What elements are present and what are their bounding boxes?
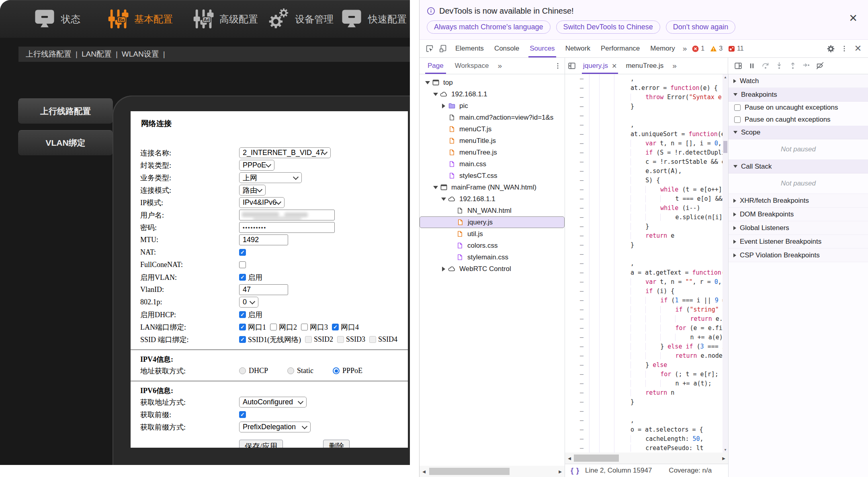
debugger-section-scope[interactable]: Scope <box>729 126 868 139</box>
panel-tab-elements[interactable]: Elements <box>450 40 489 57</box>
line-number[interactable]: – <box>565 351 589 361</box>
nav-item-device-management[interactable]: 设备管理 <box>266 0 334 38</box>
line-number[interactable]: – <box>565 148 589 157</box>
enable-dhcp-checkbox[interactable]: ✓ <box>239 311 246 318</box>
navigator-tab-workspace[interactable]: Workspace <box>449 58 495 74</box>
tree-item-menuCT.js[interactable]: menuCT.js <box>420 123 565 135</box>
sidebar-button-vlan-binding[interactable]: VLAN绑定 <box>18 130 113 156</box>
navigator-tab-page[interactable]: Page <box>422 58 449 74</box>
nat-checkbox[interactable]: ✓ <box>239 249 246 256</box>
line-number[interactable]: – <box>565 370 589 379</box>
lan-port-binding-checkbox[interactable] <box>301 324 308 330</box>
line-number[interactable]: – <box>565 342 589 351</box>
line-number[interactable]: – <box>565 407 589 416</box>
collapse-sidebar-icon[interactable] <box>565 59 579 73</box>
step-into-icon[interactable] <box>772 59 786 73</box>
ssid-binding-checkbox[interactable] <box>305 336 312 343</box>
debugger-section-global-listeners[interactable]: Global Listeners <box>729 221 868 235</box>
line-number[interactable]: – <box>565 444 589 453</box>
tree-item-menuTree.js[interactable]: menuTree.js <box>420 147 565 158</box>
debugger-section-breakpoints[interactable]: Breakpoints <box>729 88 868 102</box>
tree-item-192.168.1.1[interactable]: 192.168.1.1 <box>420 193 565 205</box>
sidebar-button-uplink-config[interactable]: 上行线路配置 <box>18 98 113 124</box>
panel-tab-memory[interactable]: Memory <box>645 40 680 57</box>
vlan-id-input[interactable]: 47 <box>239 284 288 295</box>
line-number[interactable]: – <box>565 305 589 314</box>
ipv4-address-mode-radio[interactable] <box>287 367 294 374</box>
prefix-mode-select[interactable]: PrefixDelegation <box>239 422 311 432</box>
line-number[interactable]: – <box>565 361 589 370</box>
line-number[interactable]: – <box>565 74 589 84</box>
scroll-down-arrow-icon[interactable]: ▼ <box>723 447 728 453</box>
navigator-hscroll-thumb[interactable] <box>429 468 510 475</box>
scroll-left-arrow-icon[interactable]: ◀ <box>420 466 428 477</box>
device-toolbar-icon[interactable] <box>436 42 450 55</box>
encapsulation-type-select[interactable]: PPPoE <box>239 160 274 171</box>
scroll-left-arrow-icon[interactable]: ◀ <box>565 453 574 464</box>
ssid-binding-checkbox[interactable] <box>337 336 344 343</box>
subnav-link[interactable]: 上行线路配置 <box>25 49 72 59</box>
settings-gear-icon[interactable] <box>824 42 837 55</box>
ssid-binding-checkbox[interactable]: ✓ <box>239 336 246 343</box>
lan-port-binding-checkbox[interactable] <box>270 324 277 330</box>
step-icon[interactable] <box>800 59 813 73</box>
panel-tab-console[interactable]: Console <box>489 40 524 57</box>
panel-tab-network[interactable]: Network <box>560 40 596 57</box>
tree-item-WebRTC-Control[interactable]: WebRTC Control <box>420 263 565 275</box>
tree-item-util.js[interactable]: util.js <box>420 228 565 240</box>
line-number[interactable]: – <box>565 259 589 268</box>
warning-badge[interactable]: 3 <box>707 45 725 52</box>
priority-8021p-select[interactable]: 0 <box>239 297 258 308</box>
more-panels-icon[interactable]: » <box>680 40 690 57</box>
deactivate-breakpoints-icon[interactable] <box>813 59 827 73</box>
editor-vscroll-thumb[interactable] <box>723 141 727 153</box>
nav-item-advanced-config[interactable]: Ad高级配置 <box>193 0 258 38</box>
line-number[interactable]: – <box>565 333 589 342</box>
notification-close-icon[interactable]: ✕ <box>849 13 858 23</box>
format-code-icon[interactable]: { } <box>571 467 579 475</box>
subnav-link[interactable]: WLAN设置 <box>121 49 160 59</box>
connection-mode-select[interactable]: 路由 <box>239 185 266 196</box>
lan-port-binding-checkbox[interactable]: ✓ <box>239 324 246 330</box>
pause-on-uncaught-exceptions-checkbox[interactable] <box>734 104 741 111</box>
step-over-icon[interactable] <box>759 59 772 73</box>
ssid-binding-checkbox[interactable] <box>369 336 376 343</box>
navigator-horizontal-scrollbar[interactable]: ◀ ▶ <box>420 466 565 477</box>
tree-item-menuTitle.js[interactable]: menuTitle.js <box>420 135 565 147</box>
line-number[interactable]: – <box>565 139 589 148</box>
navigator-menu-icon[interactable] <box>551 59 565 73</box>
fullconenat-checkbox[interactable] <box>239 261 246 268</box>
notification-button[interactable]: Always match Chrome's language <box>427 20 551 34</box>
tree-item-stylesCT.css[interactable]: stylesCT.css <box>420 170 565 181</box>
username-input[interactable] <box>239 210 335 220</box>
editor-horizontal-scrollbar[interactable]: ◀ ▶ <box>565 453 728 464</box>
line-number[interactable]: – <box>565 84 589 93</box>
line-number[interactable]: – <box>565 167 589 176</box>
lan-port-binding-checkbox[interactable]: ✓ <box>332 324 339 330</box>
line-number[interactable]: – <box>565 287 589 296</box>
password-input[interactable]: ••••••••• <box>239 222 335 233</box>
issues-badge[interactable]: 11 <box>725 45 747 52</box>
line-number[interactable]: – <box>565 222 589 231</box>
line-number[interactable]: – <box>565 231 589 241</box>
line-number[interactable]: – <box>565 130 589 139</box>
line-number[interactable]: – <box>565 194 589 204</box>
line-number[interactable]: – <box>565 102 589 111</box>
nav-item-basic-config[interactable]: Ba基本配置 <box>108 0 173 38</box>
error-badge[interactable]: 1 <box>689 45 707 52</box>
nav-item-quick-setup[interactable]: 快速配置 <box>340 0 407 38</box>
connection-name-select[interactable]: 2_INTERNET_B_VID_47 <box>239 147 331 158</box>
editor-tab-jquery.js[interactable]: jquery.js✕ <box>579 58 621 74</box>
tree-item-jquery.js[interactable]: jquery.js <box>420 216 565 228</box>
more-editor-tabs-icon[interactable]: » <box>668 58 681 74</box>
line-number[interactable]: – <box>565 120 589 130</box>
kebab-menu-icon[interactable] <box>837 42 851 55</box>
line-number[interactable]: – <box>565 241 589 250</box>
inspect-element-icon[interactable] <box>423 42 436 55</box>
scroll-up-arrow-icon[interactable]: ▲ <box>723 74 728 80</box>
debugger-section-xhr-fetch-breakpoints[interactable]: XHR/fetch Breakpoints <box>729 194 868 208</box>
tree-item-main.cmd-action-view-id-1-s[interactable]: main.cmd?action=view?id=1&s <box>420 112 565 123</box>
line-number[interactable]: – <box>565 398 589 407</box>
nav-item-status[interactable]: 状态 <box>33 0 80 38</box>
editor-hscroll-thumb[interactable] <box>574 455 619 462</box>
